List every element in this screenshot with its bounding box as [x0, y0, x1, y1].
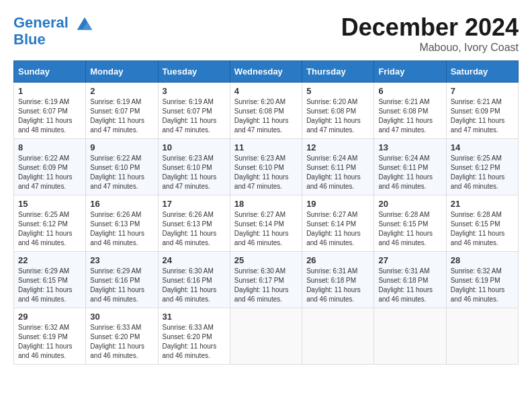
- day-info: Sunrise: 6:29 AM Sunset: 6:16 PM Dayligh…: [90, 267, 153, 304]
- calendar-cell: 15Sunrise: 6:25 AM Sunset: 6:12 PM Dayli…: [14, 195, 86, 252]
- week-row-3: 15Sunrise: 6:25 AM Sunset: 6:12 PM Dayli…: [14, 195, 519, 252]
- day-number: 27: [378, 255, 441, 265]
- day-info: Sunrise: 6:27 AM Sunset: 6:14 PM Dayligh…: [306, 210, 369, 248]
- calendar-cell: [230, 308, 302, 365]
- day-info: Sunrise: 6:21 AM Sunset: 6:08 PM Dayligh…: [378, 97, 441, 135]
- day-info: Sunrise: 6:20 AM Sunset: 6:08 PM Dayligh…: [234, 97, 298, 135]
- day-number: 19: [306, 199, 369, 209]
- day-number: 7: [451, 86, 514, 96]
- day-number: 29: [18, 312, 81, 322]
- day-info: Sunrise: 6:22 AM Sunset: 6:10 PM Dayligh…: [90, 154, 153, 191]
- day-info: Sunrise: 6:26 AM Sunset: 6:13 PM Dayligh…: [163, 210, 226, 248]
- calendar-cell: [302, 308, 374, 365]
- day-number: 22: [18, 255, 81, 265]
- calendar-cell: 9Sunrise: 6:22 AM Sunset: 6:10 PM Daylig…: [86, 139, 158, 195]
- calendar-cell: 4Sunrise: 6:20 AM Sunset: 6:08 PM Daylig…: [230, 83, 302, 139]
- calendar-cell: 24Sunrise: 6:30 AM Sunset: 6:16 PM Dayli…: [158, 252, 230, 308]
- calendar-cell: 18Sunrise: 6:27 AM Sunset: 6:14 PM Dayli…: [230, 195, 302, 252]
- day-info: Sunrise: 6:31 AM Sunset: 6:18 PM Dayligh…: [378, 267, 441, 304]
- calendar-cell: 2Sunrise: 6:19 AM Sunset: 6:07 PM Daylig…: [86, 83, 158, 139]
- day-number: 16: [90, 199, 153, 209]
- calendar-cell: 20Sunrise: 6:28 AM Sunset: 6:15 PM Dayli…: [374, 195, 446, 252]
- location-title: Mabouo, Ivory Coast: [341, 42, 519, 54]
- day-info: Sunrise: 6:23 AM Sunset: 6:10 PM Dayligh…: [234, 154, 298, 191]
- calendar-cell: 1Sunrise: 6:19 AM Sunset: 6:07 PM Daylig…: [14, 83, 86, 139]
- day-info: Sunrise: 6:33 AM Sunset: 6:20 PM Dayligh…: [163, 323, 226, 361]
- day-info: Sunrise: 6:28 AM Sunset: 6:15 PM Dayligh…: [451, 210, 514, 248]
- calendar-cell: 28Sunrise: 6:32 AM Sunset: 6:19 PM Dayli…: [446, 252, 518, 308]
- calendar-cell: [374, 308, 446, 365]
- calendar-cell: 13Sunrise: 6:24 AM Sunset: 6:11 PM Dayli…: [374, 139, 446, 195]
- day-info: Sunrise: 6:24 AM Sunset: 6:11 PM Dayligh…: [306, 154, 369, 191]
- calendar-cell: 11Sunrise: 6:23 AM Sunset: 6:10 PM Dayli…: [230, 139, 302, 195]
- weekday-header-row: SundayMondayTuesdayWednesdayThursdayFrid…: [14, 61, 519, 83]
- calendar-cell: 26Sunrise: 6:31 AM Sunset: 6:18 PM Dayli…: [302, 252, 374, 308]
- day-info: Sunrise: 6:19 AM Sunset: 6:07 PM Dayligh…: [163, 97, 226, 135]
- day-info: Sunrise: 6:25 AM Sunset: 6:12 PM Dayligh…: [451, 154, 514, 191]
- day-number: 18: [234, 199, 298, 209]
- day-number: 23: [90, 255, 153, 265]
- day-info: Sunrise: 6:30 AM Sunset: 6:16 PM Dayligh…: [163, 267, 226, 304]
- month-title: December 2024: [341, 13, 519, 42]
- calendar-cell: 31Sunrise: 6:33 AM Sunset: 6:20 PM Dayli…: [158, 308, 230, 365]
- day-number: 8: [18, 142, 81, 152]
- calendar-cell: 25Sunrise: 6:30 AM Sunset: 6:17 PM Dayli…: [230, 252, 302, 308]
- week-row-4: 22Sunrise: 6:29 AM Sunset: 6:15 PM Dayli…: [14, 252, 519, 308]
- day-number: 24: [163, 255, 226, 265]
- day-number: 9: [90, 142, 153, 152]
- day-number: 2: [90, 86, 153, 96]
- weekday-header-wednesday: Wednesday: [230, 61, 302, 83]
- day-number: 11: [234, 142, 298, 152]
- calendar-cell: 16Sunrise: 6:26 AM Sunset: 6:13 PM Dayli…: [86, 195, 158, 252]
- calendar-table: SundayMondayTuesdayWednesdayThursdayFrid…: [13, 60, 519, 365]
- day-info: Sunrise: 6:19 AM Sunset: 6:07 PM Dayligh…: [18, 97, 81, 135]
- calendar-cell: 6Sunrise: 6:21 AM Sunset: 6:08 PM Daylig…: [374, 83, 446, 139]
- day-number: 14: [451, 142, 514, 152]
- day-number: 5: [306, 86, 369, 96]
- calendar-cell: 27Sunrise: 6:31 AM Sunset: 6:18 PM Dayli…: [374, 252, 446, 308]
- calendar-cell: 21Sunrise: 6:28 AM Sunset: 6:15 PM Dayli…: [446, 195, 518, 252]
- weekday-header-monday: Monday: [86, 61, 158, 83]
- day-info: Sunrise: 6:28 AM Sunset: 6:15 PM Dayligh…: [378, 210, 441, 248]
- weekday-header-sunday: Sunday: [14, 61, 86, 83]
- calendar-cell: 7Sunrise: 6:21 AM Sunset: 6:09 PM Daylig…: [446, 83, 518, 139]
- header: General Blue December 2024 Mabouo, Ivory…: [13, 13, 519, 54]
- day-info: Sunrise: 6:24 AM Sunset: 6:11 PM Dayligh…: [378, 154, 441, 191]
- day-number: 6: [378, 86, 441, 96]
- calendar-cell: 19Sunrise: 6:27 AM Sunset: 6:14 PM Dayli…: [302, 195, 374, 252]
- calendar-cell: 23Sunrise: 6:29 AM Sunset: 6:16 PM Dayli…: [86, 252, 158, 308]
- calendar-cell: 30Sunrise: 6:33 AM Sunset: 6:20 PM Dayli…: [86, 308, 158, 365]
- week-row-5: 29Sunrise: 6:32 AM Sunset: 6:19 PM Dayli…: [14, 308, 519, 365]
- day-info: Sunrise: 6:23 AM Sunset: 6:10 PM Dayligh…: [163, 154, 226, 191]
- day-number: 1: [18, 86, 81, 96]
- day-info: Sunrise: 6:25 AM Sunset: 6:12 PM Dayligh…: [18, 210, 81, 248]
- day-info: Sunrise: 6:32 AM Sunset: 6:19 PM Dayligh…: [451, 267, 514, 304]
- day-number: 30: [90, 312, 153, 322]
- calendar-cell: 8Sunrise: 6:22 AM Sunset: 6:09 PM Daylig…: [14, 139, 86, 195]
- day-number: 28: [451, 255, 514, 265]
- calendar-cell: 12Sunrise: 6:24 AM Sunset: 6:11 PM Dayli…: [302, 139, 374, 195]
- day-number: 4: [234, 86, 298, 96]
- weekday-header-tuesday: Tuesday: [158, 61, 230, 83]
- calendar-cell: 29Sunrise: 6:32 AM Sunset: 6:19 PM Dayli…: [14, 308, 86, 365]
- day-number: 17: [163, 199, 226, 209]
- logo: General Blue: [13, 13, 95, 48]
- day-number: 12: [306, 142, 369, 152]
- weekday-header-thursday: Thursday: [302, 61, 374, 83]
- day-number: 10: [163, 142, 226, 152]
- day-number: 26: [306, 255, 369, 265]
- day-number: 20: [378, 199, 441, 209]
- day-info: Sunrise: 6:33 AM Sunset: 6:20 PM Dayligh…: [90, 323, 153, 361]
- weekday-header-friday: Friday: [374, 61, 446, 83]
- day-info: Sunrise: 6:31 AM Sunset: 6:18 PM Dayligh…: [306, 267, 369, 304]
- calendar-cell: 10Sunrise: 6:23 AM Sunset: 6:10 PM Dayli…: [158, 139, 230, 195]
- day-info: Sunrise: 6:30 AM Sunset: 6:17 PM Dayligh…: [234, 267, 298, 304]
- day-number: 15: [18, 199, 81, 209]
- calendar-cell: 17Sunrise: 6:26 AM Sunset: 6:13 PM Dayli…: [158, 195, 230, 252]
- week-row-2: 8Sunrise: 6:22 AM Sunset: 6:09 PM Daylig…: [14, 139, 519, 195]
- day-info: Sunrise: 6:32 AM Sunset: 6:19 PM Dayligh…: [18, 323, 81, 361]
- day-number: 31: [163, 312, 226, 322]
- day-info: Sunrise: 6:26 AM Sunset: 6:13 PM Dayligh…: [90, 210, 153, 248]
- calendar-cell: [446, 308, 518, 365]
- weekday-header-saturday: Saturday: [446, 61, 518, 83]
